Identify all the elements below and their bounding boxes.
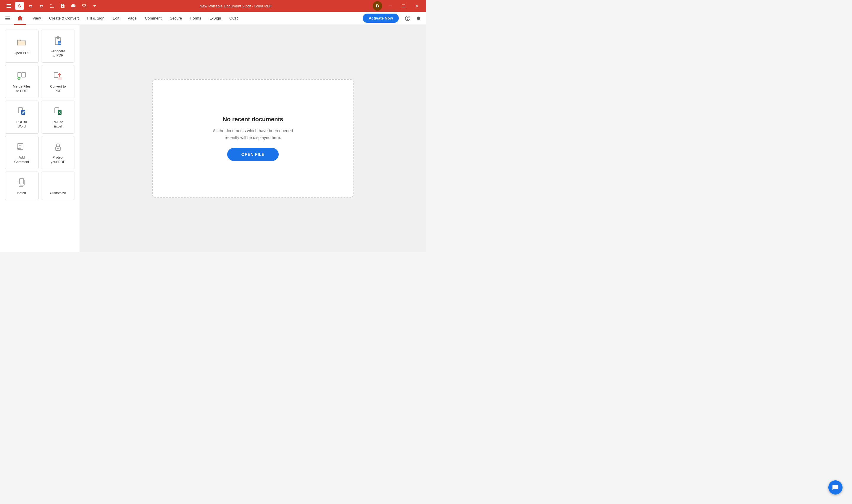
open-file-button[interactable]: OPEN FILE — [227, 148, 279, 161]
lock-icon: ✦✦✦ — [52, 141, 64, 153]
sidebar-item-label: Batch — [17, 191, 26, 195]
undo-button[interactable] — [26, 2, 35, 10]
sidebar-item-label: AddComment — [14, 155, 29, 164]
settings-button[interactable] — [413, 13, 424, 24]
center-area: No recent documents All the documents wh… — [80, 25, 426, 252]
close-button[interactable]: ✕ — [411, 0, 422, 12]
title-bar: S New Portable Document 2.pdf — [0, 0, 426, 12]
sidebar-item-label: Clipboardto PDF — [51, 49, 65, 58]
no-docs-title: No recent documents — [223, 116, 283, 123]
sidebar-item-label: PDF toWord — [16, 120, 27, 129]
batch-icon — [16, 177, 28, 188]
user-avatar[interactable]: B — [373, 1, 382, 11]
svg-rect-18 — [58, 77, 62, 79]
help-button[interactable]: ? — [402, 13, 413, 24]
app-logo: S — [15, 2, 24, 10]
svg-rect-38 — [19, 179, 24, 184]
word-icon: W — [16, 106, 28, 118]
menu-fill-sign[interactable]: Fill & Sign — [83, 12, 109, 25]
svg-point-29 — [19, 145, 20, 146]
merge-icon — [16, 70, 28, 82]
minimize-button[interactable]: − — [385, 0, 396, 12]
svg-text:W: W — [22, 111, 25, 114]
svg-text:X: X — [58, 111, 61, 114]
svg-rect-4 — [5, 18, 10, 19]
menu-bar: View Create & Convert Fill & Sign Edit P… — [0, 12, 426, 25]
menu-view[interactable]: View — [29, 12, 45, 25]
convert-icon — [52, 70, 64, 82]
clipboard-icon: PDF — [52, 35, 64, 47]
svg-text:✦✦✦: ✦✦✦ — [56, 150, 60, 151]
hamburger-menu[interactable] — [3, 0, 14, 13]
menu-forms[interactable]: Forms — [186, 12, 205, 25]
sidebar-item-pdf-to-excel[interactable]: X PDF toExcel — [41, 101, 75, 134]
sidebar-item-clipboard-to-pdf[interactable]: PDF Clipboardto PDF — [41, 30, 75, 63]
menu-page[interactable]: Page — [123, 12, 141, 25]
sidebar-item-merge-files[interactable]: Merge Filesto PDF — [5, 65, 39, 98]
svg-point-31 — [22, 145, 22, 146]
sidebar-item-label: Convert toPDF — [50, 84, 66, 93]
menu-edit[interactable]: Edit — [109, 12, 123, 25]
activate-now-button[interactable]: Activate Now — [363, 14, 399, 23]
sidebar-item-label: Customize — [50, 191, 66, 195]
no-docs-description: All the documents which have been opened… — [213, 127, 293, 141]
sidebar-item-label: Protectyour PDF — [51, 155, 65, 164]
sidebar-item-pdf-to-word[interactable]: W PDF toWord — [5, 101, 39, 134]
no-docs-box: No recent documents All the documents wh… — [152, 79, 354, 198]
menu-hamburger[interactable] — [2, 12, 13, 25]
menu-esign[interactable]: E-Sign — [205, 12, 225, 25]
window-controls: − □ ✕ — [385, 0, 422, 12]
svg-rect-12 — [18, 72, 21, 77]
menu-create-convert[interactable]: Create & Convert — [45, 12, 83, 25]
email-button[interactable] — [80, 2, 88, 10]
svg-point-30 — [20, 145, 21, 146]
svg-rect-0 — [6, 4, 11, 5]
sidebar: Open PDF PDF Clipboardto PDF — [0, 25, 80, 252]
svg-text:?: ? — [406, 16, 409, 20]
sidebar-item-protect-pdf[interactable]: ✦✦✦ Protectyour PDF — [41, 136, 75, 169]
comment-icon — [16, 141, 28, 153]
svg-rect-17 — [54, 72, 58, 77]
save-button[interactable] — [58, 2, 67, 10]
main-content: Open PDF PDF Clipboardto PDF — [0, 25, 426, 252]
sidebar-item-customize[interactable]: Customize — [41, 172, 75, 200]
svg-rect-2 — [6, 7, 11, 8]
more-actions-button[interactable] — [91, 2, 99, 10]
svg-text:PDF: PDF — [58, 42, 61, 44]
open-folder-button[interactable] — [48, 2, 56, 10]
menu-comment[interactable]: Comment — [141, 12, 166, 25]
home-tab[interactable] — [14, 12, 26, 25]
sidebar-item-batch[interactable]: Batch — [5, 172, 39, 200]
svg-rect-13 — [22, 72, 25, 77]
sidebar-item-add-comment[interactable]: AddComment — [5, 136, 39, 169]
sidebar-item-label: Merge Filesto PDF — [13, 84, 31, 93]
sidebar-item-convert-to-pdf[interactable]: Convert toPDF — [41, 65, 75, 98]
title-bar-actions — [26, 2, 99, 10]
sidebar-item-open-pdf[interactable]: Open PDF — [5, 30, 39, 63]
svg-point-33 — [57, 148, 58, 149]
svg-rect-3 — [5, 17, 10, 17]
sidebar-item-label: PDF toExcel — [53, 120, 63, 129]
excel-icon: X — [52, 106, 64, 118]
svg-rect-1 — [6, 6, 11, 6]
menu-secure[interactable]: Secure — [166, 12, 186, 25]
customize-icon — [52, 177, 64, 188]
redo-button[interactable] — [37, 2, 46, 10]
sidebar-item-label: Open PDF — [14, 51, 30, 55]
print-button[interactable] — [69, 2, 77, 10]
menu-ocr[interactable]: OCR — [225, 12, 242, 25]
folder-icon — [16, 37, 28, 49]
svg-rect-5 — [5, 19, 10, 20]
window-title: New Portable Document 2.pdf - Soda PDF — [99, 4, 373, 8]
maximize-button[interactable]: □ — [398, 0, 410, 12]
